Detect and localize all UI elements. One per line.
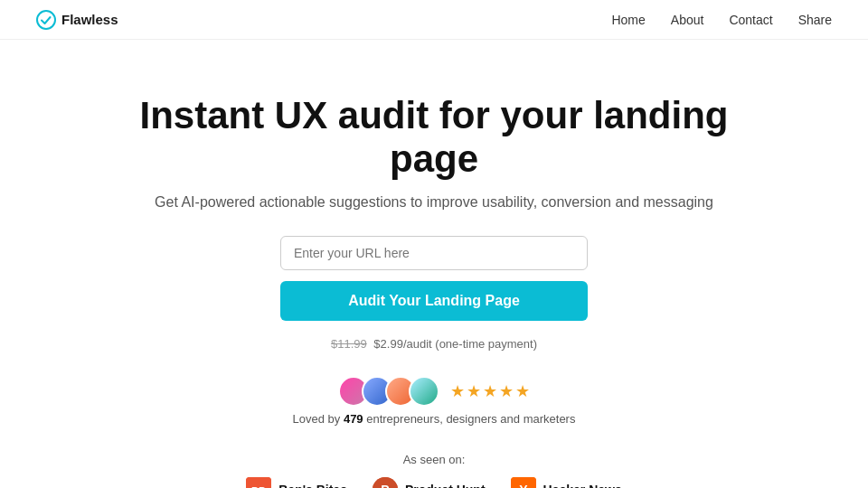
product-hunt-label: Product Hunt xyxy=(405,483,486,488)
hero-headline: Instant UX audit for your landing page xyxy=(108,94,760,182)
product-hunt-icon: P xyxy=(373,477,398,488)
new-price: $2.99/audit (one-time payment) xyxy=(373,337,537,351)
loved-text: Loved by 479 entrepreneurs, designers an… xyxy=(293,412,576,426)
star-5: ★ xyxy=(515,381,530,401)
star-2: ★ xyxy=(467,381,481,401)
old-price: $11.99 xyxy=(331,337,367,351)
brand-icon xyxy=(36,10,56,30)
hero-section: Instant UX audit for your landing page G… xyxy=(90,40,778,488)
hero-subheadline: Get AI-powered actionable suggestions to… xyxy=(108,194,760,211)
url-form: Audit Your Landing Page xyxy=(108,236,760,321)
as-seen-label: As seen on: xyxy=(108,453,760,466)
star-1: ★ xyxy=(450,381,465,401)
social-proof: ★ ★ ★ ★ ★ Loved by 479 entrepreneurs, de… xyxy=(108,376,760,426)
as-seen-on: As seen on: BB Ben's Bites P xyxy=(108,453,760,488)
svg-text:Y: Y xyxy=(519,483,528,488)
nav-links: Home About Contact Share xyxy=(611,13,832,27)
nav-home[interactable]: Home xyxy=(611,13,645,27)
pricing-text: $11.99 $2.99/audit (one-time payment) xyxy=(108,337,760,351)
nav-contact[interactable]: Contact xyxy=(729,13,772,27)
loved-count: 479 xyxy=(344,412,363,426)
press-logos: BB Ben's Bites P Product Hunt xyxy=(108,477,760,488)
brand-logo[interactable]: Flawless xyxy=(36,10,118,30)
avatar-group xyxy=(338,376,439,407)
avatar-4 xyxy=(409,376,439,407)
cta-button[interactable]: Audit Your Landing Page xyxy=(280,281,588,321)
svg-text:BB: BB xyxy=(251,485,266,488)
press-product-hunt: P Product Hunt xyxy=(373,477,486,488)
nav-about[interactable]: About xyxy=(671,13,704,27)
svg-text:P: P xyxy=(381,483,389,488)
hacker-news-label: Hacker News xyxy=(543,483,622,488)
star-4: ★ xyxy=(499,381,514,401)
navbar: Flawless Home About Contact Share xyxy=(0,0,868,40)
bens-bites-icon: BB xyxy=(246,477,271,488)
hacker-news-icon: Y xyxy=(511,477,536,488)
nav-share[interactable]: Share xyxy=(798,13,832,27)
stars-row: ★ ★ ★ ★ ★ xyxy=(450,381,530,401)
svg-point-0 xyxy=(37,11,55,29)
press-hacker-news: Y Hacker News xyxy=(511,477,622,488)
url-input[interactable] xyxy=(280,236,588,270)
press-bens-bites: BB Ben's Bites xyxy=(246,477,347,488)
bens-bites-label: Ben's Bites xyxy=(278,483,347,488)
brand-name: Flawless xyxy=(61,12,118,27)
star-3: ★ xyxy=(483,381,497,401)
